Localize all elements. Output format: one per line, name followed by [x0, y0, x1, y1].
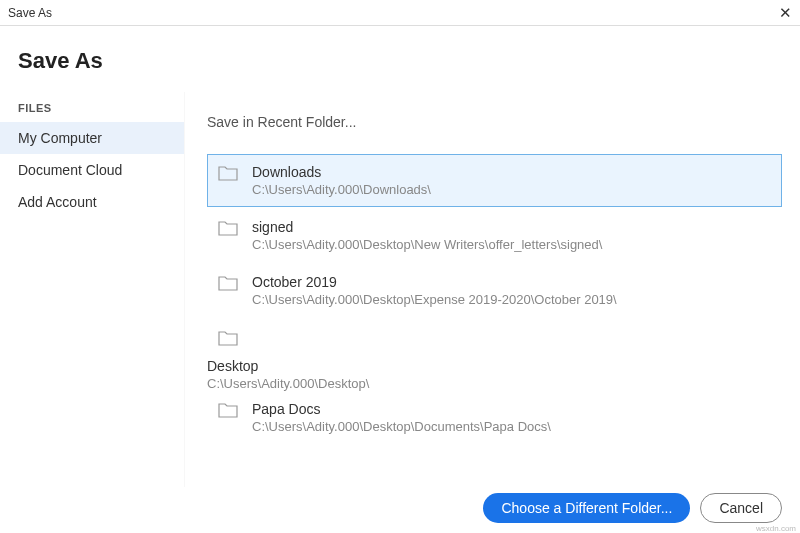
folder-name: Desktop	[207, 358, 782, 374]
choose-folder-button[interactable]: Choose a Different Folder...	[483, 493, 690, 523]
sidebar-item-document-cloud[interactable]: Document Cloud	[0, 154, 184, 186]
folder-name: October 2019	[252, 274, 769, 290]
folder-text: Downloads C:\Users\Adity.000\Downloads\	[252, 164, 769, 197]
main-panel: Save in Recent Folder... Downloads C:\Us…	[185, 92, 800, 487]
folder-item[interactable]	[207, 319, 782, 356]
folder-path: C:\Users\Adity.000\Desktop\	[207, 376, 782, 391]
dialog-footer: Choose a Different Folder... Cancel	[483, 493, 782, 523]
folder-item[interactable]: Papa Docs C:\Users\Adity.000\Desktop\Doc…	[207, 391, 782, 444]
folder-path: C:\Users\Adity.000\Desktop\Documents\Pap…	[252, 419, 769, 434]
sidebar: FILES My Computer Document Cloud Add Acc…	[0, 92, 185, 487]
folder-text: signed C:\Users\Adity.000\Desktop\New Wr…	[252, 219, 769, 252]
folder-icon	[218, 330, 238, 346]
sidebar-item-my-computer[interactable]: My Computer	[0, 122, 184, 154]
dialog-title: Save As	[18, 48, 782, 74]
folder-item[interactable]: signed C:\Users\Adity.000\Desktop\New Wr…	[207, 209, 782, 262]
recent-folder-list: Downloads C:\Users\Adity.000\Downloads\ …	[207, 154, 782, 391]
close-icon[interactable]: ✕	[762, 4, 792, 22]
folder-path: C:\Users\Adity.000\Downloads\	[252, 182, 769, 197]
content-area: FILES My Computer Document Cloud Add Acc…	[0, 92, 800, 487]
folder-icon	[218, 165, 238, 181]
cancel-button[interactable]: Cancel	[700, 493, 782, 523]
section-label: Save in Recent Folder...	[207, 114, 782, 130]
folder-text: Desktop C:\Users\Adity.000\Desktop\	[207, 358, 782, 391]
sidebar-item-add-account[interactable]: Add Account	[0, 186, 184, 218]
folder-text: October 2019 C:\Users\Adity.000\Desktop\…	[252, 274, 769, 307]
folder-icon	[218, 275, 238, 291]
folder-name: signed	[252, 219, 769, 235]
titlebar: Save As ✕	[0, 0, 800, 26]
window-title: Save As	[8, 6, 52, 20]
sidebar-item-label: Document Cloud	[18, 162, 122, 178]
dialog-header: Save As	[0, 26, 800, 92]
folder-icon	[218, 402, 238, 418]
sidebar-item-label: Add Account	[18, 194, 97, 210]
sidebar-item-label: My Computer	[18, 130, 102, 146]
sidebar-heading: FILES	[0, 102, 184, 122]
folder-path: C:\Users\Adity.000\Desktop\New Writers\o…	[252, 237, 769, 252]
folder-item[interactable]: Downloads C:\Users\Adity.000\Downloads\	[207, 154, 782, 207]
folder-text: Papa Docs C:\Users\Adity.000\Desktop\Doc…	[252, 401, 769, 434]
folder-name: Downloads	[252, 164, 769, 180]
folder-item[interactable]: October 2019 C:\Users\Adity.000\Desktop\…	[207, 264, 782, 317]
folder-path: C:\Users\Adity.000\Desktop\Expense 2019-…	[252, 292, 769, 307]
folder-name: Papa Docs	[252, 401, 769, 417]
watermark: wsxdn.com	[756, 524, 796, 533]
folder-icon	[218, 220, 238, 236]
